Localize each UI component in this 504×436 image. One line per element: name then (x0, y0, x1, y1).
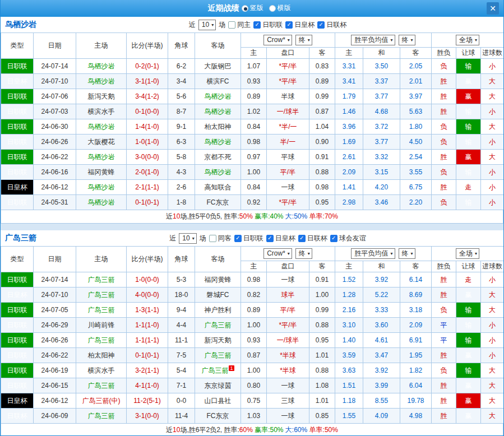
euro-home-odds-cell: 3.96 (335, 119, 363, 134)
odds-company-select[interactable]: Crow*▾ (263, 248, 292, 259)
asian-away-odds-cell: 0.91 (309, 272, 335, 287)
corner-cell: 11-1 (168, 333, 195, 348)
euro-draw-odds-cell: 5.22 (363, 287, 400, 303)
euro-away-odds-cell: 1.82 (400, 363, 432, 378)
team-title: 广岛三箭 (5, 233, 36, 243)
asian-handicap-cell: *半球 (267, 348, 309, 363)
euro-away-odds-cell: 2.01 (400, 74, 432, 89)
view-radio-horizontal[interactable]: 横版 (269, 3, 291, 13)
goals-cell: 小 (481, 272, 504, 287)
result-cell: 胜 (432, 150, 456, 165)
handicap-result-cell: 走 (456, 272, 481, 287)
handicap-result-cell: 走 (456, 180, 481, 195)
recent-count-select[interactable]: 10▾ (198, 20, 216, 30)
header-type: 类型 (1, 247, 34, 272)
date-cell: 24-06-26 (34, 134, 76, 150)
checkbox-icon[interactable] (209, 235, 216, 242)
checkbox-icon[interactable]: ✓ (266, 235, 274, 242)
date-cell: 24-07-14 (34, 272, 76, 287)
fulltime-select[interactable]: 全场▾ (456, 248, 479, 259)
result-cell: 胜 (432, 272, 456, 287)
match-row: 日职联24-07-14鸟栖沙岩0-2(0-1)6-2大阪钢巴1.07*平/半0.… (1, 59, 504, 74)
filter-checkbox-日皇杯[interactable]: ✓日皇杯 (266, 234, 295, 243)
euro-home-odds-cell: 3.59 (335, 348, 363, 363)
checkbox-icon[interactable]: ✓ (317, 21, 325, 29)
filter-checkbox-同主[interactable]: 同主 (228, 20, 251, 30)
euro-home-odds-cell: 1.69 (335, 134, 363, 150)
handicap-result-cell: 输 (456, 165, 481, 180)
match-row: 日职联24-06-26广岛三箭1-1(1-1)11-1新泻天鹅0.93一/球半0… (1, 333, 504, 348)
league-cell: 日职联 (1, 378, 34, 393)
euro-draw-odds-cell: 8.55 (363, 393, 400, 409)
header-row-top: 类型日期主场比分(半场)角球客场Crow*▾终▾胜平负均值▾终▾全场▾ (1, 33, 504, 48)
filter-checkbox-日联杯[interactable]: ✓日联杯 (317, 20, 346, 30)
checkbox-icon[interactable]: ✓ (330, 235, 337, 242)
europe-stage-select[interactable]: 终▾ (399, 35, 415, 45)
recent-count-select[interactable]: 10▾ (179, 233, 196, 244)
europe-stage-select[interactable]: 终▾ (399, 248, 415, 259)
euro-away-odds-cell: 1.80 (400, 119, 432, 134)
result-cell: 负 (432, 195, 456, 210)
summary-part: 10 (173, 426, 180, 434)
odds-stage-select[interactable]: 终▾ (295, 35, 312, 45)
euro-home-odds-cell: 3.63 (335, 363, 363, 378)
europe-odds-select[interactable]: 胜平负均值▾ (351, 35, 395, 45)
header-odds_home: 主 (241, 261, 267, 272)
filter-checkbox-球会友谊[interactable]: ✓球会友谊 (330, 234, 366, 243)
home-team-cell: 横滨水手 (76, 104, 127, 119)
asian-home-odds-cell: 0.82 (241, 287, 267, 303)
away-team-cell: 福冈黄蜂 (195, 272, 241, 287)
corner-cell: 6-3 (168, 134, 195, 150)
asian-handicap-cell: 一/球半 (267, 333, 309, 348)
fulltime-select[interactable]: 全场▾ (456, 35, 479, 45)
euro-home-odds-cell: 1.55 (335, 409, 363, 424)
close-icon[interactable]: ✕ (487, 2, 499, 15)
checkbox-icon[interactable]: ✓ (285, 21, 293, 29)
handicap-result-cell: 输 (456, 318, 481, 333)
euro-draw-odds-cell: 4.09 (363, 409, 400, 424)
checkbox-icon[interactable] (228, 21, 235, 29)
view-radio-vertical[interactable]: 竖版 (242, 3, 263, 13)
summary-part: 近 (166, 426, 173, 434)
header-result: 胜负 (432, 261, 456, 272)
odds-stage-select[interactable]: 终▾ (295, 248, 312, 259)
header-score: 比分(半场) (127, 247, 168, 272)
result-group-header: 全场▾ (432, 247, 504, 261)
checkbox-icon[interactable]: ✓ (234, 235, 242, 242)
asian-home-odds-cell: 0.93 (241, 74, 267, 89)
filter-checkbox-日联杯[interactable]: ✓日联杯 (298, 234, 327, 243)
header-odds_away: 客 (309, 48, 335, 59)
filter-checkbox-日职联[interactable]: ✓日职联 (253, 20, 283, 30)
checkbox-icon[interactable]: ✓ (253, 21, 261, 29)
score-cell: 3-2(1-1) (127, 363, 168, 378)
home-team-cell: 鸟栖沙岩 (76, 180, 127, 195)
asian-away-odds-cell: 0.89 (309, 74, 335, 89)
filter-checkbox-日职联[interactable]: ✓日职联 (234, 234, 263, 243)
asian-away-odds-cell: 1.01 (309, 393, 335, 409)
filter-checkbox-日皇杯[interactable]: ✓日皇杯 (285, 20, 315, 30)
asian-away-odds-cell: 0.91 (309, 150, 335, 165)
chevron-down-icon: ▾ (308, 251, 310, 256)
goals-cell: 小 (481, 180, 504, 195)
chevron-down-icon: ▾ (211, 22, 214, 27)
europe-odds-select[interactable]: 胜平负均值▾ (351, 248, 395, 259)
match-row: 日职联24-06-15广岛三箭4-1(1-0)7-1东京绿茵0.80一球1.08… (1, 378, 504, 393)
league-cell: 日职联 (1, 348, 34, 363)
goals-cell: 大 (481, 150, 504, 165)
handicap-result-cell: 赢 (456, 287, 481, 303)
score-cell: 3-1(1-0) (127, 74, 168, 89)
asian-away-odds-cell: 0.85 (309, 409, 335, 424)
filter-checkbox-同客[interactable]: 同客 (209, 234, 232, 243)
checkbox-icon[interactable]: ✓ (298, 235, 306, 242)
odds-company-select[interactable]: Crow*▾ (263, 35, 292, 45)
corner-cell: 3-4 (168, 74, 195, 89)
handicap-result-cell: 赢 (456, 393, 481, 409)
asian-away-odds-cell: 0.87 (309, 104, 335, 119)
match-row: 日职联24-06-30鸟栖沙岩1-4(1-0)9-1柏太阳神0.84*半/一1.… (1, 119, 504, 134)
match-row: 日职联24-07-03横滨水手0-1(0-0)8-7鸟栖沙岩1.02一/球半0.… (1, 104, 504, 119)
date-cell: 24-07-05 (34, 303, 76, 318)
summary-part: 赢率:40% (253, 212, 284, 220)
matches-table: 类型日期主场比分(半场)角球客场Crow*▾终▾胜平负均值▾终▾全场▾主盘口客主… (1, 246, 504, 424)
stats-summary: 近10场,胜5平0负5, 胜率:50% 赢率:40% 大:50% 单率:70% (1, 210, 503, 224)
result-cell: 胜 (432, 287, 456, 303)
